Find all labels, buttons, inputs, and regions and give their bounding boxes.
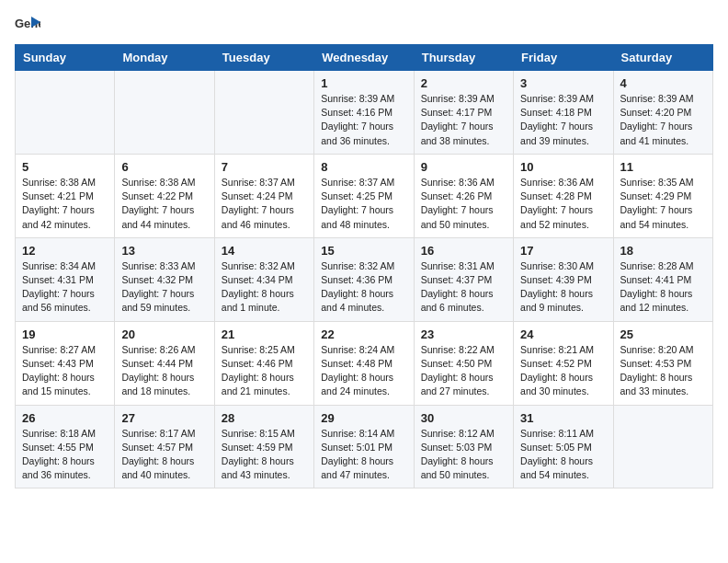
week-row-1: 1Sunrise: 8:39 AM Sunset: 4:16 PM Daylig…	[16, 71, 713, 155]
week-row-4: 19Sunrise: 8:27 AM Sunset: 4:43 PM Dayli…	[16, 321, 713, 405]
day-number: 22	[321, 327, 406, 341]
header-tuesday: Tuesday	[214, 45, 313, 71]
cell-content: Sunrise: 8:32 AM Sunset: 4:34 PM Dayligh…	[222, 259, 307, 316]
cell-content: Sunrise: 8:26 AM Sunset: 4:44 PM Dayligh…	[121, 343, 207, 399]
cell-content: Sunrise: 8:11 AM Sunset: 5:05 PM Dayligh…	[520, 427, 606, 483]
cell-content: Sunrise: 8:20 AM Sunset: 4:53 PM Dayligh…	[620, 343, 706, 399]
day-number: 12	[22, 244, 108, 258]
cell-content: Sunrise: 8:14 AM Sunset: 5:01 PM Dayligh…	[321, 427, 406, 483]
cell-content: Sunrise: 8:34 AM Sunset: 4:31 PM Dayligh…	[22, 259, 108, 316]
calendar-cell: 5Sunrise: 8:38 AM Sunset: 4:21 PM Daylig…	[16, 154, 115, 237]
calendar-cell: 9Sunrise: 8:36 AM Sunset: 4:26 PM Daylig…	[414, 154, 513, 237]
week-row-2: 5Sunrise: 8:38 AM Sunset: 4:21 PM Daylig…	[16, 154, 713, 237]
cell-content: Sunrise: 8:24 AM Sunset: 4:48 PM Dayligh…	[321, 343, 406, 399]
day-number: 29	[321, 411, 406, 425]
cell-content: Sunrise: 8:39 AM Sunset: 4:18 PM Dayligh…	[520, 92, 606, 148]
day-number: 24	[520, 327, 606, 341]
day-number: 11	[620, 160, 706, 174]
cell-content: Sunrise: 8:36 AM Sunset: 4:26 PM Dayligh…	[421, 176, 506, 232]
day-number: 15	[321, 244, 406, 258]
calendar-cell: 11Sunrise: 8:35 AM Sunset: 4:29 PM Dayli…	[613, 154, 712, 237]
week-row-3: 12Sunrise: 8:34 AM Sunset: 4:31 PM Dayli…	[16, 237, 713, 321]
cell-content: Sunrise: 8:18 AM Sunset: 4:55 PM Dayligh…	[22, 427, 108, 483]
cell-content: Sunrise: 8:28 AM Sunset: 4:41 PM Dayligh…	[620, 259, 706, 316]
header: General	[15, 15, 713, 37]
cell-content: Sunrise: 8:39 AM Sunset: 4:16 PM Dayligh…	[321, 92, 406, 148]
cell-content: Sunrise: 8:17 AM Sunset: 4:57 PM Dayligh…	[121, 427, 207, 483]
cell-content: Sunrise: 8:32 AM Sunset: 4:36 PM Dayligh…	[321, 259, 406, 316]
cell-content: Sunrise: 8:31 AM Sunset: 4:37 PM Dayligh…	[421, 259, 506, 316]
day-number: 28	[222, 411, 307, 425]
cell-content: Sunrise: 8:12 AM Sunset: 5:03 PM Dayligh…	[421, 427, 506, 483]
cell-content: Sunrise: 8:15 AM Sunset: 4:59 PM Dayligh…	[222, 427, 307, 483]
calendar-table: SundayMondayTuesdayWednesdayThursdayFrid…	[15, 44, 713, 488]
day-number: 9	[421, 160, 506, 174]
day-number: 6	[121, 160, 207, 174]
calendar-cell: 17Sunrise: 8:30 AM Sunset: 4:39 PM Dayli…	[514, 237, 613, 321]
header-monday: Monday	[115, 45, 214, 71]
calendar-cell: 16Sunrise: 8:31 AM Sunset: 4:37 PM Dayli…	[414, 237, 513, 321]
header-thursday: Thursday	[414, 45, 513, 71]
calendar-cell: 12Sunrise: 8:34 AM Sunset: 4:31 PM Dayli…	[16, 237, 115, 321]
calendar-cell	[115, 71, 214, 155]
calendar-cell	[16, 71, 115, 155]
day-number: 25	[620, 327, 706, 341]
calendar-cell: 29Sunrise: 8:14 AM Sunset: 5:01 PM Dayli…	[314, 405, 414, 488]
header-saturday: Saturday	[613, 45, 712, 71]
calendar-cell	[613, 405, 712, 488]
day-number: 23	[421, 327, 506, 341]
calendar-cell: 14Sunrise: 8:32 AM Sunset: 4:34 PM Dayli…	[214, 237, 313, 321]
calendar-cell: 23Sunrise: 8:22 AM Sunset: 4:50 PM Dayli…	[414, 321, 513, 405]
day-number: 3	[520, 76, 606, 90]
cell-content: Sunrise: 8:35 AM Sunset: 4:29 PM Dayligh…	[620, 176, 706, 232]
calendar-cell: 24Sunrise: 8:21 AM Sunset: 4:52 PM Dayli…	[514, 321, 613, 405]
calendar-cell: 20Sunrise: 8:26 AM Sunset: 4:44 PM Dayli…	[115, 321, 214, 405]
header-wednesday: Wednesday	[314, 45, 414, 71]
day-number: 1	[321, 76, 406, 90]
day-number: 26	[22, 411, 108, 425]
calendar-cell: 22Sunrise: 8:24 AM Sunset: 4:48 PM Dayli…	[314, 321, 414, 405]
cell-content: Sunrise: 8:33 AM Sunset: 4:32 PM Dayligh…	[121, 259, 207, 316]
day-number: 17	[520, 244, 606, 258]
calendar-cell: 31Sunrise: 8:11 AM Sunset: 5:05 PM Dayli…	[514, 405, 613, 488]
cell-content: Sunrise: 8:21 AM Sunset: 4:52 PM Dayligh…	[520, 343, 606, 399]
cell-content: Sunrise: 8:39 AM Sunset: 4:17 PM Dayligh…	[421, 92, 506, 148]
calendar-cell: 3Sunrise: 8:39 AM Sunset: 4:18 PM Daylig…	[514, 71, 613, 155]
calendar-cell: 26Sunrise: 8:18 AM Sunset: 4:55 PM Dayli…	[16, 405, 115, 488]
logo: General	[15, 15, 44, 37]
calendar-cell: 21Sunrise: 8:25 AM Sunset: 4:46 PM Dayli…	[214, 321, 313, 405]
calendar-cell: 25Sunrise: 8:20 AM Sunset: 4:53 PM Dayli…	[613, 321, 712, 405]
calendar-cell: 27Sunrise: 8:17 AM Sunset: 4:57 PM Dayli…	[115, 405, 214, 488]
calendar-cell: 19Sunrise: 8:27 AM Sunset: 4:43 PM Dayli…	[16, 321, 115, 405]
calendar-cell: 4Sunrise: 8:39 AM Sunset: 4:20 PM Daylig…	[613, 71, 712, 155]
cell-content: Sunrise: 8:27 AM Sunset: 4:43 PM Dayligh…	[22, 343, 108, 399]
cell-content: Sunrise: 8:36 AM Sunset: 4:28 PM Dayligh…	[520, 176, 606, 232]
calendar-cell: 15Sunrise: 8:32 AM Sunset: 4:36 PM Dayli…	[314, 237, 414, 321]
day-number: 4	[620, 76, 706, 90]
day-number: 27	[121, 411, 207, 425]
calendar-cell: 28Sunrise: 8:15 AM Sunset: 4:59 PM Dayli…	[214, 405, 313, 488]
header-sunday: Sunday	[16, 45, 115, 71]
day-number: 16	[421, 244, 506, 258]
day-number: 31	[520, 411, 606, 425]
cell-content: Sunrise: 8:30 AM Sunset: 4:39 PM Dayligh…	[520, 259, 606, 316]
day-number: 30	[421, 411, 506, 425]
day-number: 8	[321, 160, 406, 174]
calendar-header-row: SundayMondayTuesdayWednesdayThursdayFrid…	[16, 45, 713, 71]
day-number: 18	[620, 244, 706, 258]
logo-icon: General	[15, 15, 40, 37]
day-number: 19	[22, 327, 108, 341]
calendar-cell: 18Sunrise: 8:28 AM Sunset: 4:41 PM Dayli…	[613, 237, 712, 321]
day-number: 7	[222, 160, 307, 174]
cell-content: Sunrise: 8:37 AM Sunset: 4:25 PM Dayligh…	[321, 176, 406, 232]
calendar-cell: 7Sunrise: 8:37 AM Sunset: 4:24 PM Daylig…	[214, 154, 313, 237]
calendar-cell: 6Sunrise: 8:38 AM Sunset: 4:22 PM Daylig…	[115, 154, 214, 237]
day-number: 10	[520, 160, 606, 174]
day-number: 14	[222, 244, 307, 258]
calendar-cell: 8Sunrise: 8:37 AM Sunset: 4:25 PM Daylig…	[314, 154, 414, 237]
calendar-cell: 2Sunrise: 8:39 AM Sunset: 4:17 PM Daylig…	[414, 71, 513, 155]
calendar-cell: 10Sunrise: 8:36 AM Sunset: 4:28 PM Dayli…	[514, 154, 613, 237]
cell-content: Sunrise: 8:39 AM Sunset: 4:20 PM Dayligh…	[620, 92, 706, 148]
week-row-5: 26Sunrise: 8:18 AM Sunset: 4:55 PM Dayli…	[16, 405, 713, 488]
day-number: 20	[121, 327, 207, 341]
